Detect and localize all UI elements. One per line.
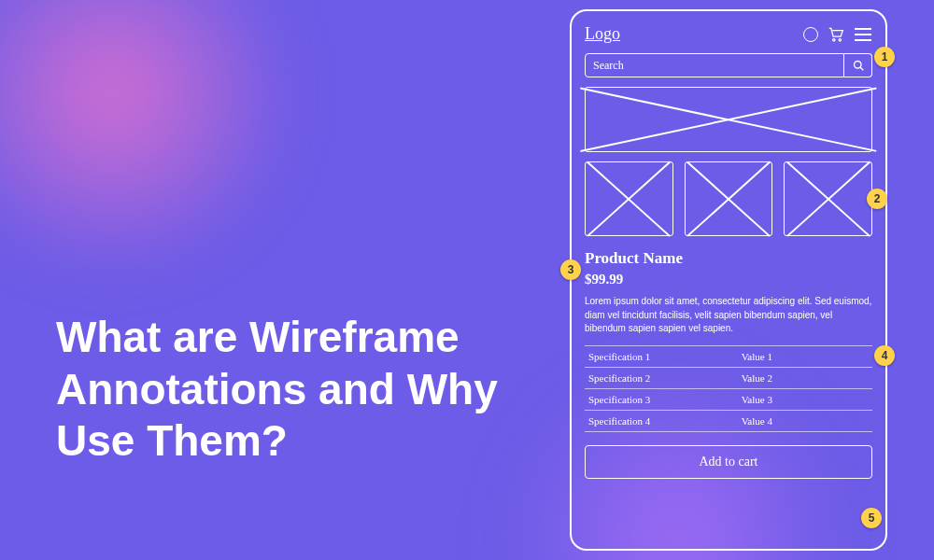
spec-row: Specification 1 Value 1	[585, 345, 872, 368]
spec-key: Specification 1	[588, 351, 742, 362]
annotation-badge-3: 3	[560, 259, 581, 280]
annotation-badge-5: 5	[861, 508, 882, 528]
search-button[interactable]	[844, 53, 872, 77]
spec-key: Specification 4	[588, 415, 742, 427]
hero-image-placeholder	[585, 87, 872, 152]
annotation-badge-2: 2	[867, 189, 887, 209]
search-input[interactable]: Search	[585, 53, 844, 77]
thumbnail-row	[585, 161, 872, 236]
spec-row: Specification 3 Value 3	[585, 389, 872, 411]
profile-icon[interactable]	[803, 27, 818, 42]
search-row: Search	[585, 53, 872, 77]
thumbnail-placeholder[interactable]	[585, 161, 673, 236]
svg-point-0	[833, 38, 835, 40]
cart-icon[interactable]	[828, 27, 844, 42]
svg-line-6	[860, 67, 863, 70]
spec-value: Value 3	[742, 394, 869, 405]
annotation-badge-4: 4	[874, 345, 895, 366]
spec-key: Specification 2	[588, 372, 742, 384]
thumbnail-placeholder[interactable]	[685, 161, 773, 236]
spec-value: Value 1	[742, 351, 869, 362]
svg-point-5	[854, 62, 861, 69]
spec-row: Specification 2 Value 2	[585, 368, 872, 389]
hamburger-icon[interactable]	[854, 28, 872, 41]
top-bar: Logo	[585, 24, 872, 44]
top-icons	[803, 27, 872, 42]
spec-value: Value 2	[742, 372, 869, 384]
product-section: Product Name $99.99 Lorem ipsum dolor si…	[585, 249, 872, 479]
thumbnail-placeholder[interactable]	[784, 161, 872, 236]
annotation-badge-1: 1	[874, 47, 895, 67]
product-price: $99.99	[585, 272, 872, 287]
spec-row: Specification 4 Value 4	[585, 411, 872, 432]
svg-point-1	[839, 38, 841, 40]
page-title: What are Wireframe Annotations and Why U…	[56, 312, 504, 467]
spec-key: Specification 3	[588, 394, 742, 405]
product-description: Lorem ipsum dolor sit amet, consectetur …	[585, 295, 872, 336]
logo[interactable]: Logo	[585, 24, 620, 44]
phone-wireframe: 1 2 3 4 5 Logo Search	[570, 9, 887, 551]
product-name: Product Name	[585, 249, 872, 268]
bg-blob	[0, 0, 299, 280]
add-to-cart-button[interactable]: Add to cart	[585, 445, 872, 479]
search-icon	[853, 60, 864, 71]
spec-value: Value 4	[742, 415, 869, 427]
spec-table: Specification 1 Value 1 Specification 2 …	[585, 345, 872, 432]
